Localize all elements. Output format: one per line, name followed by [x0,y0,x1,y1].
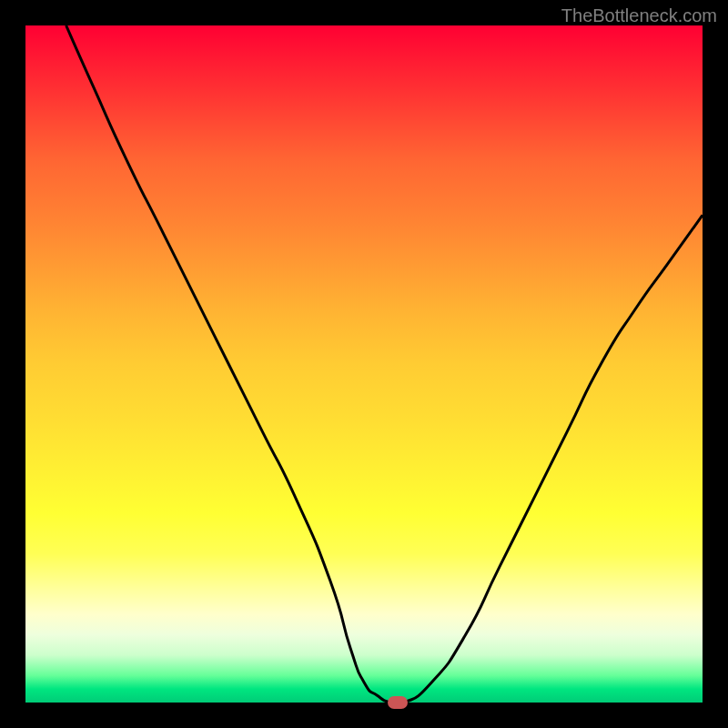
curve-svg [25,25,703,703]
bottleneck-curve [66,25,703,703]
watermark-text: TheBottleneck.com [561,5,717,26]
chart-area [25,25,703,703]
optimal-point-marker [388,696,408,709]
